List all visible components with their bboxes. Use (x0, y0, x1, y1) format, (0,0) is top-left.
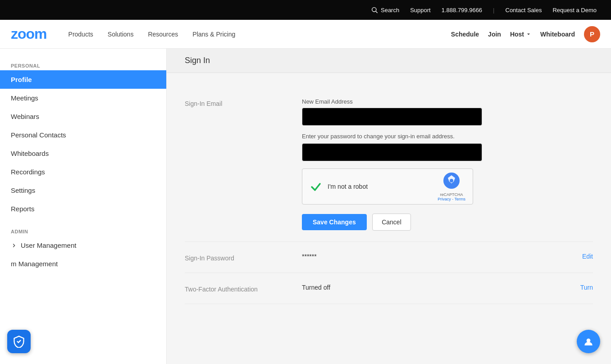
chat-widget[interactable] (577, 330, 600, 353)
chevron-right-icon (11, 242, 17, 249)
svg-point-3 (450, 179, 453, 182)
nav-solutions[interactable]: Solutions (100, 27, 141, 41)
content-area: Sign In Sign-In Email New Email Address … (167, 49, 611, 364)
password-confirm-input[interactable] (302, 143, 482, 161)
personal-section-label: PERSONAL (0, 59, 166, 70)
save-changes-button[interactable]: Save Changes (302, 214, 367, 230)
nav-bar: zoom Products Solutions Resources Plans … (0, 20, 611, 49)
checkmark-icon (310, 180, 322, 193)
sidebar-item-profile[interactable]: Profile (0, 70, 166, 89)
content-header: Sign In (167, 49, 611, 73)
sidebar-item-user-management[interactable]: User Management (0, 236, 166, 255)
sign-in-email-value: New Email Address Enter your password to… (302, 98, 593, 231)
phone-number: 1.888.799.9666 (442, 7, 482, 14)
main-layout: PERSONAL Profile Meetings Webinars Perso… (0, 49, 611, 364)
nav-host[interactable]: Host (510, 31, 531, 38)
sidebar-item-meetings[interactable]: Meetings (0, 89, 166, 107)
contact-sales-link[interactable]: Contact Sales (506, 7, 542, 14)
email-input[interactable] (302, 108, 482, 126)
top-bar: Search Support 1.888.799.9666 | Contact … (0, 0, 611, 20)
user-avatar[interactable]: P (584, 26, 600, 42)
admin-section-label: ADMIN (0, 225, 166, 236)
sidebar-item-whiteboards[interactable]: Whiteboards (0, 144, 166, 163)
search-icon (371, 6, 378, 14)
sidebar-item-reports[interactable]: Reports (0, 200, 166, 218)
two-factor-status: Turned off (302, 284, 330, 291)
security-widget[interactable] (7, 330, 31, 353)
sidebar-item-webinars[interactable]: Webinars (0, 107, 166, 126)
two-factor-action-link[interactable]: Turn (580, 284, 593, 291)
sidebar: PERSONAL Profile Meetings Webinars Perso… (0, 49, 167, 364)
sidebar-item-settings[interactable]: Settings (0, 181, 166, 200)
sidebar-item-m-management[interactable]: m Management (0, 255, 166, 273)
svg-line-1 (376, 11, 378, 13)
sign-in-password-value: ****** Edit (302, 253, 593, 260)
recaptcha-brand-name: reCAPTCHA (438, 192, 465, 197)
support-link[interactable]: Support (410, 7, 431, 14)
recaptcha-label: I'm not a robot (328, 183, 368, 190)
zoom-logo[interactable]: zoom (11, 26, 47, 42)
nav-whiteboard[interactable]: Whiteboard (540, 31, 575, 38)
nav-schedule[interactable]: Schedule (451, 31, 479, 38)
two-factor-label: Two-Factor Authentication (185, 284, 284, 293)
sign-in-password-label: Sign-In Password (185, 253, 284, 262)
nav-plans-pricing[interactable]: Plans & Pricing (185, 27, 242, 41)
nav-resources[interactable]: Resources (141, 27, 185, 41)
sidebar-item-recordings[interactable]: Recordings (0, 163, 166, 181)
nav-links: Products Solutions Resources Plans & Pri… (61, 27, 451, 41)
recaptcha-links[interactable]: Privacy - Terms (438, 197, 465, 201)
password-edit-link[interactable]: Edit (582, 253, 593, 260)
cancel-button[interactable]: Cancel (372, 214, 411, 231)
chevron-down-icon (526, 32, 531, 37)
recaptcha-logo-icon (442, 172, 461, 190)
form-actions: Save Changes Cancel (302, 214, 593, 231)
sign-in-password-row: Sign-In Password ****** Edit (185, 242, 593, 273)
svg-point-0 (372, 8, 376, 12)
password-masked: ****** (302, 253, 317, 260)
nav-right: Schedule Join Host Whiteboard P (451, 26, 600, 42)
email-helper-text: Enter your password to change your sign-… (302, 133, 593, 140)
recaptcha-check (310, 180, 322, 193)
shield-check-icon (13, 335, 25, 348)
two-factor-row: Two-Factor Authentication Turned off Tur… (185, 273, 593, 304)
two-factor-value: Turned off Turn (302, 284, 593, 291)
sign-in-email-label: Sign-In Email (185, 98, 284, 107)
search-button[interactable]: Search (371, 6, 399, 14)
sidebar-item-personal-contacts[interactable]: Personal Contacts (0, 126, 166, 144)
nav-join[interactable]: Join (488, 31, 501, 38)
search-label: Search (381, 7, 399, 14)
page-title: Sign In (185, 56, 593, 65)
content-body: Sign-In Email New Email Address Enter yo… (167, 73, 611, 318)
request-demo-link[interactable]: Request a Demo (552, 7, 597, 14)
nav-products[interactable]: Products (61, 27, 100, 41)
recaptcha-branding: reCAPTCHA Privacy - Terms (438, 172, 465, 201)
chat-icon (583, 336, 594, 347)
recaptcha-widget[interactable]: I'm not a robot reCAPTCHA Privacy - Term… (302, 168, 473, 205)
sign-in-email-row: Sign-In Email New Email Address Enter yo… (185, 87, 593, 242)
new-email-label: New Email Address (302, 98, 593, 105)
svg-point-4 (587, 339, 591, 343)
